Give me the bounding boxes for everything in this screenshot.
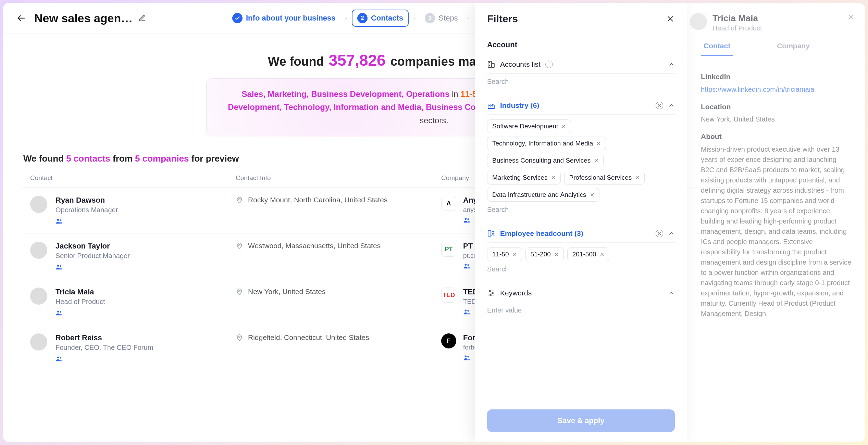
chip-label: Data Infrastructure and Analytics bbox=[492, 191, 586, 199]
contact-cell: Ryan Dawson Operations Manager bbox=[30, 196, 236, 225]
chevron-up-icon[interactable] bbox=[668, 290, 675, 296]
building-icon bbox=[487, 60, 495, 68]
chip-label: 11-50 bbox=[492, 251, 509, 258]
step-label: Contacts bbox=[371, 14, 403, 23]
filter-headcount[interactable]: Employee headcount (3) ✕ bbox=[487, 225, 675, 243]
th-info: Contact Info bbox=[236, 174, 441, 182]
save-apply-button[interactable]: Save & apply bbox=[487, 409, 675, 432]
contact-cell: Robert Reiss Founder, CEO, The CEO Forum bbox=[30, 333, 236, 363]
headcount-icon bbox=[487, 229, 495, 238]
keywords-input[interactable] bbox=[487, 302, 675, 318]
avatar bbox=[30, 333, 47, 351]
svg-point-17 bbox=[60, 357, 61, 359]
svg-point-35 bbox=[490, 294, 491, 296]
back-button[interactable] bbox=[16, 13, 26, 23]
headcount-chip[interactable]: 11-50✕ bbox=[487, 247, 522, 261]
remove-chip-icon[interactable]: ✕ bbox=[554, 251, 559, 258]
clear-industry-button[interactable]: ✕ bbox=[656, 102, 663, 109]
chevron-right-icon: › bbox=[345, 15, 347, 21]
chevron-up-icon[interactable] bbox=[668, 230, 675, 237]
remove-chip-icon[interactable]: ✕ bbox=[596, 140, 601, 147]
chip-label: Business Consulting and Services bbox=[492, 157, 591, 164]
factory-icon bbox=[487, 101, 495, 110]
industry-search-input[interactable] bbox=[487, 202, 675, 218]
svg-point-1 bbox=[57, 219, 59, 221]
industry-chip[interactable]: Professional Services✕ bbox=[564, 171, 645, 185]
avatar bbox=[30, 288, 47, 305]
svg-point-10 bbox=[467, 264, 469, 266]
industry-chip[interactable]: Data Infrastructure and Analytics✕ bbox=[487, 188, 599, 202]
remove-chip-icon[interactable]: ✕ bbox=[590, 192, 594, 198]
pin-icon bbox=[236, 288, 243, 296]
stepper: Info about your business › 2 Contacts › … bbox=[227, 10, 494, 27]
filters-header: Filters bbox=[475, 3, 687, 28]
step-contacts[interactable]: 2 Contacts bbox=[352, 10, 409, 27]
remove-chip-icon[interactable]: ✕ bbox=[512, 251, 517, 258]
criteria-text: sectors. bbox=[420, 116, 448, 125]
close-profile-button[interactable] bbox=[847, 13, 855, 21]
contact-cell: Tricia Maia Head of Product bbox=[30, 288, 236, 317]
filter-keywords[interactable]: Keywords bbox=[487, 284, 675, 302]
industry-chip[interactable]: Technology, Information and Media✕ bbox=[487, 137, 606, 150]
headcount-chip[interactable]: 51-200✕ bbox=[525, 247, 564, 261]
info-icon[interactable]: i bbox=[545, 61, 553, 68]
step-steps[interactable]: 3 Steps bbox=[420, 10, 462, 26]
chevron-up-icon[interactable] bbox=[668, 102, 675, 109]
chip-label: 201-500 bbox=[572, 251, 596, 258]
people-icon bbox=[55, 217, 118, 225]
step-label: Info about your business bbox=[246, 14, 336, 23]
svg-point-8 bbox=[239, 244, 240, 246]
filter-accounts-list[interactable]: Accounts list i bbox=[487, 55, 675, 74]
people-icon bbox=[55, 263, 130, 271]
avatar bbox=[690, 13, 707, 30]
svg-point-29 bbox=[492, 231, 494, 233]
filters-body[interactable]: Account Accounts list i Industry (6) ✕ bbox=[475, 28, 687, 403]
location-value: New York, United States bbox=[701, 114, 852, 124]
industry-chip[interactable]: Marketing Services✕ bbox=[487, 171, 561, 185]
chip-label: Professional Services bbox=[569, 174, 632, 181]
clear-headcount-button[interactable]: ✕ bbox=[656, 230, 663, 237]
filters-panel: Filters Account Accounts list i bbox=[475, 3, 687, 442]
preview-mid: from bbox=[110, 153, 135, 164]
edit-title-button[interactable] bbox=[138, 14, 146, 22]
tab-company[interactable]: Company bbox=[774, 37, 813, 56]
people-icon bbox=[55, 309, 105, 317]
close-filters-button[interactable] bbox=[666, 14, 675, 23]
chip-label: Marketing Services bbox=[492, 174, 548, 181]
remove-chip-icon[interactable]: ✕ bbox=[561, 123, 566, 130]
avatar bbox=[30, 196, 47, 213]
svg-point-6 bbox=[57, 265, 59, 267]
svg-point-7 bbox=[60, 265, 61, 267]
step-info[interactable]: Info about your business bbox=[227, 10, 340, 26]
contact-role: Senior Product Manager bbox=[55, 252, 130, 260]
svg-point-18 bbox=[239, 336, 240, 338]
company-logo: A bbox=[441, 196, 456, 211]
industry-chip[interactable]: Software Development✕ bbox=[487, 119, 571, 133]
section-account-label: Account bbox=[487, 40, 675, 49]
contact-cell: Jackson Taylor Senior Product Manager bbox=[30, 242, 236, 271]
industry-chip[interactable]: Business Consulting and Services✕ bbox=[487, 154, 604, 167]
remove-chip-icon[interactable]: ✕ bbox=[594, 157, 598, 164]
arrow-left-icon bbox=[16, 13, 26, 23]
remove-chip-icon[interactable]: ✕ bbox=[635, 175, 640, 181]
svg-point-16 bbox=[57, 357, 59, 359]
headcount-chip[interactable]: 201-500✕ bbox=[567, 247, 609, 261]
pin-icon bbox=[236, 196, 243, 204]
chevron-up-icon[interactable] bbox=[668, 61, 675, 68]
pin-icon bbox=[236, 242, 243, 250]
tab-contact[interactable]: Contact bbox=[701, 37, 733, 56]
profile-body[interactable]: LinkedIn https://www.linkedin.com/in/tri… bbox=[687, 56, 865, 327]
svg-point-34 bbox=[492, 292, 493, 294]
contact-location: Rocky Mount, North Carolina, United Stat… bbox=[248, 196, 387, 204]
page-title: New sales agen… bbox=[34, 12, 133, 25]
remove-chip-icon[interactable]: ✕ bbox=[551, 175, 556, 181]
contact-role: Operations Manager bbox=[55, 206, 118, 214]
linkedin-link[interactable]: https://www.linkedin.com/in/triciamaia bbox=[701, 86, 814, 93]
filter-industry[interactable]: Industry (6) ✕ bbox=[487, 97, 675, 115]
accounts-search-input[interactable] bbox=[487, 74, 675, 90]
pin-icon bbox=[236, 334, 243, 342]
headcount-search-input[interactable] bbox=[487, 261, 675, 277]
filter-label: Keywords bbox=[500, 289, 532, 297]
step-label: Steps bbox=[438, 14, 458, 23]
remove-chip-icon[interactable]: ✕ bbox=[600, 251, 604, 258]
